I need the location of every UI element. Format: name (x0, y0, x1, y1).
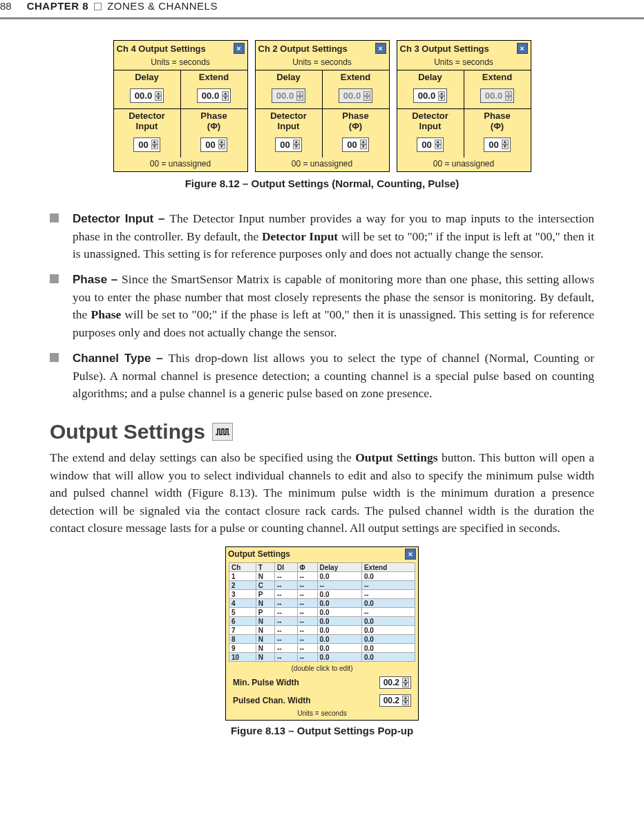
spinner-buttons[interactable]: ▲▼ (402, 678, 409, 687)
min-pulse-value: 00.2 (383, 678, 399, 687)
pulsed-chan-value: 00.2 (383, 696, 399, 705)
table-row[interactable]: 10N----0.00.0 (229, 653, 415, 662)
spinner-buttons[interactable]: ▲▼ (151, 140, 158, 149)
bullet-bold: Detector Input (262, 229, 338, 243)
table-cell: -- (275, 599, 297, 608)
popup-note: (double click to edit) (226, 663, 418, 674)
output-settings-box: Ch 2 Output Settings × Units = seconds D… (255, 40, 390, 172)
spinner-buttons: ▲▼ (363, 91, 370, 101)
table-row[interactable]: 7N----0.00.0 (229, 626, 415, 635)
list-item: Phase – Since the SmartSensor Matrix is … (50, 271, 594, 341)
spinner-buttons[interactable]: ▲▼ (502, 140, 509, 149)
table-row[interactable]: 1N----0.00.0 (229, 572, 415, 581)
table-header: T (256, 563, 274, 572)
min-pulse-row: Min. Pulse Width 00.2 ▲▼ (226, 674, 418, 692)
pulsed-chan-spinner[interactable]: 00.2 ▲▼ (379, 694, 411, 707)
unassigned-note: 00 = unassigned (114, 158, 247, 171)
detector-input-spinner[interactable]: 00 ▲▼ (133, 137, 160, 152)
detector-input-spinner[interactable]: 00 ▲▼ (275, 137, 301, 152)
delay-spinner: 00.0 ▲▼ (272, 88, 305, 103)
units-label: Units = seconds (397, 56, 531, 70)
table-cell: -- (275, 617, 297, 626)
table-cell: -- (297, 572, 317, 581)
table-cell: 5 (229, 608, 256, 617)
extend-spinner[interactable]: 00.0 ▲▼ (197, 88, 231, 103)
phase-spinner[interactable]: 00 ▲▼ (200, 137, 227, 152)
list-item: Detector Input – The Detector Input numb… (50, 210, 594, 263)
spinner-buttons[interactable]: ▲▼ (360, 140, 367, 149)
min-pulse-label: Min. Pulse Width (233, 678, 299, 687)
table-cell: -- (297, 590, 317, 599)
table-row[interactable]: 4N----0.00.0 (229, 599, 415, 608)
close-icon[interactable]: × (517, 43, 528, 54)
delay-header: Delay (256, 70, 322, 84)
close-icon[interactable]: × (375, 43, 386, 54)
spinner-buttons: ▲▼ (296, 91, 303, 101)
close-icon[interactable]: × (234, 43, 245, 54)
phase-spinner[interactable]: 00 ▲▼ (342, 137, 368, 152)
phase-spinner[interactable]: 00 ▲▼ (484, 137, 510, 152)
table-cell: 0.0 (361, 599, 415, 608)
close-icon[interactable]: × (405, 549, 416, 560)
table-cell: C (256, 581, 274, 590)
spinner-buttons[interactable]: ▲▼ (218, 140, 225, 149)
output-settings-heading: Output Settings (50, 420, 594, 444)
spinner-buttons: ▲▼ (505, 91, 512, 101)
list-item-body: Phase – Since the SmartSensor Matrix is … (73, 271, 594, 341)
square-bullet-icon (50, 274, 59, 283)
table-cell: -- (297, 644, 317, 653)
table-row[interactable]: 3P----0.0-- (229, 590, 415, 599)
table-cell: N (256, 599, 274, 608)
square-bullet-icon (50, 213, 59, 222)
table-cell: P (256, 608, 274, 617)
table-cell: 0.0 (361, 626, 415, 635)
table-cell: N (256, 635, 274, 644)
popup-titlebar: Output Settings × (226, 547, 418, 561)
detector-input-header: DetectorInput (397, 109, 464, 133)
phase-value: 00 (489, 140, 498, 150)
table-cell: 3 (229, 590, 256, 599)
detector-input-value: 00 (280, 140, 290, 150)
box-titlebar: Ch 2 Output Settings × (256, 41, 389, 56)
spinner-buttons[interactable]: ▲▼ (435, 140, 442, 149)
table-row[interactable]: 9N----0.00.0 (229, 644, 415, 653)
output-settings-paragraph: The extend and delay settings can also b… (50, 449, 594, 537)
box-titlebar: Ch 3 Output Settings × (397, 41, 531, 56)
table-cell: 0.0 (317, 608, 361, 617)
heading-text: Output Settings (50, 420, 205, 444)
delay-spinner[interactable]: 00.0 ▲▼ (130, 88, 164, 103)
min-pulse-spinner[interactable]: 00.2 ▲▼ (379, 676, 411, 689)
delay-spinner[interactable]: 00.0 ▲▼ (413, 88, 447, 103)
channels-table[interactable]: ChTDIΦDelayExtend 1N----0.00.02C--------… (229, 562, 415, 662)
spinner-buttons[interactable]: ▲▼ (402, 696, 409, 705)
detector-input-spinner[interactable]: 00 ▲▼ (417, 137, 443, 152)
output-settings-box: Ch 4 Output Settings × Units = seconds D… (113, 40, 248, 172)
box-title: Ch 3 Output Settings (400, 44, 489, 54)
table-cell: -- (275, 644, 297, 653)
table-row[interactable]: 5P----0.0-- (229, 608, 415, 617)
box-title: Ch 4 Output Settings (117, 44, 206, 54)
detector-input-header: DetectorInput (256, 109, 322, 133)
para-a: The extend and delay settings can also b… (50, 450, 355, 464)
table-row[interactable]: 2C-------- (229, 581, 415, 590)
table-header: DI (275, 563, 297, 572)
table-cell: -- (297, 653, 317, 662)
table-row[interactable]: 6N----0.00.0 (229, 617, 415, 626)
list-item: Channel Type – This drop-down list allow… (50, 350, 594, 402)
spinner-buttons[interactable]: ▲▼ (222, 91, 229, 101)
spinner-buttons[interactable]: ▲▼ (155, 91, 162, 101)
spinner-buttons[interactable]: ▲▼ (438, 91, 445, 101)
table-row[interactable]: 8N----0.00.0 (229, 635, 415, 644)
spinner-buttons[interactable]: ▲▼ (293, 140, 300, 149)
page-number: 88 (0, 0, 12, 12)
phase-header: Phase(Φ) (323, 109, 389, 133)
table-cell: -- (297, 635, 317, 644)
unassigned-note: 00 = unassigned (256, 158, 389, 171)
detector-input-value: 00 (422, 140, 431, 150)
bullet-term: Phase – (73, 273, 122, 286)
table-cell: 0.0 (361, 572, 415, 581)
delay-value: 00.0 (418, 91, 435, 101)
square-bullet-icon (50, 353, 59, 362)
table-cell: -- (297, 608, 317, 617)
popup-units: Units = seconds (226, 710, 418, 720)
